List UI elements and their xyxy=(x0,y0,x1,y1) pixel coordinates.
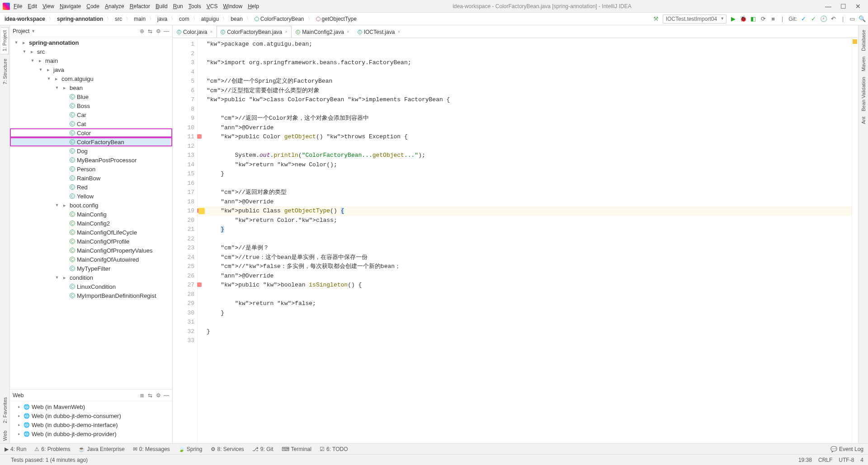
menu-refactor[interactable]: Refactor xyxy=(130,3,150,9)
status-indent[interactable]: 4 xyxy=(860,457,863,463)
vcs-history-icon[interactable]: 🕘 xyxy=(821,16,827,22)
tool-tab[interactable]: ⚙8: Services xyxy=(211,446,244,452)
breadcrumb-item[interactable]: bean xyxy=(229,15,245,23)
event-log-tab[interactable]: 💬Event Log xyxy=(830,446,863,452)
tree-node[interactable]: CBoss xyxy=(10,101,172,110)
menu-edit[interactable]: Edit xyxy=(28,3,37,9)
tree-node[interactable]: ▼▸boot.config xyxy=(10,201,172,210)
minimize-icon[interactable]: — xyxy=(825,3,831,10)
web-tree-node[interactable]: ▸🌐Web (in dubbo-jt-demo-provider) xyxy=(10,429,172,438)
web-tree-node[interactable]: ▸🌐Web (in MavenWeb) xyxy=(10,402,172,411)
menu-help[interactable]: Help xyxy=(248,3,259,9)
status-line-ending[interactable]: CRLF xyxy=(818,457,832,463)
tree-node[interactable]: CMyTypeFilter xyxy=(10,264,172,273)
tree-node[interactable]: ▼▸main xyxy=(10,56,172,65)
rail-tab-database[interactable]: Database xyxy=(860,27,867,54)
tool-tab[interactable]: ⎇9: Git xyxy=(252,446,274,452)
vcs-commit-icon[interactable]: ✓ xyxy=(811,16,817,22)
tree-node[interactable]: CLinuxCondition xyxy=(10,282,172,291)
tree-node[interactable]: CRainBow xyxy=(10,174,172,183)
tree-node[interactable]: CMainConfig2 xyxy=(10,219,172,228)
maximize-icon[interactable]: ☐ xyxy=(840,3,846,10)
tree-node[interactable]: CMainConfig xyxy=(10,210,172,219)
tab-close-icon[interactable]: × xyxy=(347,29,349,34)
close-icon[interactable]: ✕ xyxy=(855,3,861,10)
warning-marker-icon[interactable] xyxy=(853,39,857,44)
editor-tab[interactable]: CMainConfig2.java× xyxy=(292,26,354,38)
editor-tab[interactable]: CColor.java× xyxy=(173,26,217,38)
tree-node[interactable]: CMainConfigOfLifeCycle xyxy=(10,228,172,237)
breadcrumb-item[interactable]: idea-workspace xyxy=(3,15,47,23)
search-icon[interactable]: 🔍 xyxy=(859,16,865,22)
editor[interactable]: 1234567891011121314151617181920212223242… xyxy=(173,38,858,443)
profile-icon[interactable]: ⟳ xyxy=(760,16,766,22)
tree-node[interactable]: ▼▸src xyxy=(10,47,172,56)
tab-close-icon[interactable]: × xyxy=(397,29,400,34)
menu-file[interactable]: File xyxy=(14,3,22,9)
tree-node[interactable]: CRed xyxy=(10,183,172,192)
filter-icon[interactable]: ≣ xyxy=(139,392,145,399)
vcs-update-icon[interactable]: ✓ xyxy=(801,16,807,22)
menu-run[interactable]: Run xyxy=(173,3,183,9)
tree-node[interactable]: CColor xyxy=(10,128,172,137)
run-icon[interactable]: ▶ xyxy=(730,16,736,22)
tree-node[interactable]: ▼▸spring-annotation xyxy=(10,38,172,47)
breadcrumb-item[interactable]: main xyxy=(132,15,147,23)
breadcrumb-item[interactable]: src xyxy=(113,15,124,23)
rail-tab-web[interactable]: Web xyxy=(1,428,9,443)
breadcrumb-item[interactable]: com xyxy=(177,15,191,23)
tree-node[interactable]: CMyBeanPostProcessor xyxy=(10,155,172,164)
tab-close-icon[interactable]: × xyxy=(285,29,288,34)
project-structure-icon[interactable]: ▭ xyxy=(849,16,855,22)
tree-node[interactable]: ▼▸com.atguigu xyxy=(10,74,172,83)
tree-node[interactable]: CBlue xyxy=(10,92,172,101)
rail-tab-bean-validation[interactable]: Bean Validation xyxy=(860,74,867,114)
breadcrumb-item[interactable]: getObjectType xyxy=(314,15,359,23)
menu-window[interactable]: Window xyxy=(223,3,242,9)
breadcrumb-item[interactable]: spring-annotation xyxy=(55,15,105,23)
rail-tab-maven[interactable]: Maven xyxy=(860,54,867,74)
collapse-icon[interactable]: ⇆ xyxy=(147,28,153,34)
code-area[interactable]: "kw">package com.atguigu.bean;"kw">impor… xyxy=(198,38,852,443)
tree-node[interactable]: ▼▸condition xyxy=(10,273,172,282)
menu-code[interactable]: Code xyxy=(86,3,99,9)
breadcrumb-item[interactable]: ColorFactoryBean xyxy=(253,15,306,23)
tool-tab[interactable]: ✉0: Messages xyxy=(133,446,170,452)
menu-build[interactable]: Build xyxy=(156,3,168,9)
status-encoding[interactable]: UTF-8 xyxy=(839,457,854,463)
tool-tab[interactable]: 🍃Spring xyxy=(178,446,203,452)
coverage-icon[interactable]: ◧ xyxy=(750,16,756,22)
hide-icon[interactable]: — xyxy=(163,392,170,399)
tool-tab[interactable]: ☑6: TODO xyxy=(320,446,348,452)
menu-tools[interactable]: Tools xyxy=(189,3,201,9)
project-tree[interactable]: ▼▸spring-annotation▼▸src▼▸main▼▸java▼▸co… xyxy=(10,37,172,389)
editor-tab[interactable]: CColorFactoryBean.java× xyxy=(217,26,292,38)
tool-tab[interactable]: ⌨Terminal xyxy=(282,446,311,452)
tool-tab[interactable]: ☕Java Enterprise xyxy=(78,446,124,452)
intention-bulb-icon[interactable] xyxy=(198,208,205,214)
tool-tab[interactable]: ▶4: Run xyxy=(5,446,26,452)
menu-view[interactable]: View xyxy=(42,3,54,9)
rail-tab-project[interactable]: 1: Project xyxy=(1,27,9,54)
tree-node[interactable]: CMainConfigOfPropertyValues xyxy=(10,246,172,255)
web-tree-node[interactable]: ▸🌐Web (in dubbo-jt-demo-consumer) xyxy=(10,411,172,420)
tool-tab[interactable]: ⚠6: Problems xyxy=(34,446,70,452)
tree-node[interactable]: CDog xyxy=(10,146,172,155)
breadcrumb-item[interactable]: java xyxy=(156,15,169,23)
rail-tab-favorites[interactable]: 2: Favorites xyxy=(1,395,9,426)
debug-icon[interactable]: 🐞 xyxy=(740,16,746,22)
tree-node[interactable]: CColorFactoryBean xyxy=(10,137,172,146)
editor-tab[interactable]: CIOCTest.java× xyxy=(354,26,405,38)
tree-node[interactable]: CYellow xyxy=(10,192,172,201)
locate-icon[interactable]: ⊕ xyxy=(139,28,145,34)
vcs-revert-icon[interactable]: ↶ xyxy=(830,16,837,22)
tree-node[interactable]: CCar xyxy=(10,110,172,119)
tab-close-icon[interactable]: × xyxy=(210,29,212,34)
rail-tab-ant[interactable]: Ant xyxy=(860,114,867,127)
tree-node[interactable]: CPerson xyxy=(10,164,172,174)
hide-icon[interactable]: — xyxy=(163,28,170,34)
gear-icon[interactable]: ⚙ xyxy=(155,28,161,34)
view-mode-dropdown-icon[interactable]: ▼ xyxy=(31,29,35,33)
web-tree[interactable]: ▸🌐Web (in MavenWeb)▸🌐Web (in dubbo-jt-de… xyxy=(10,401,172,443)
tree-node[interactable]: ▼▸java xyxy=(10,65,172,74)
